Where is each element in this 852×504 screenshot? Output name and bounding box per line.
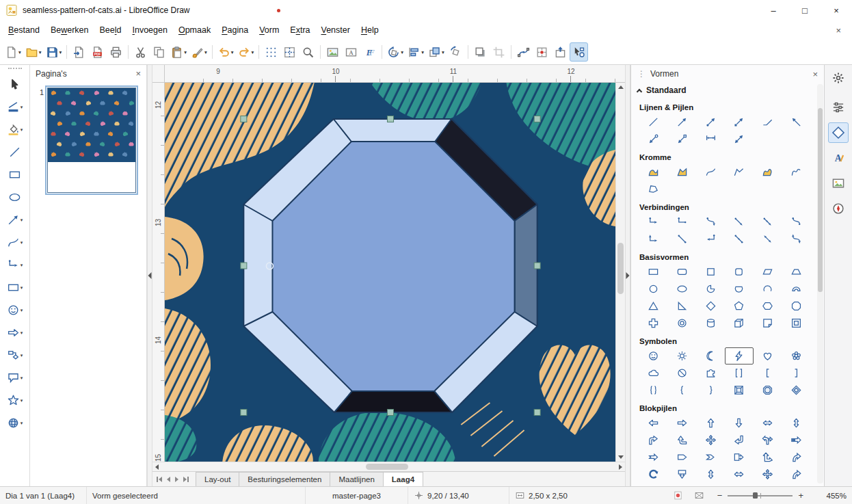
shape-line-with-arrow-square[interactable]	[725, 114, 754, 131]
insert-text-box-button[interactable]: A	[342, 42, 360, 62]
scroll-left-arrow[interactable]	[155, 464, 159, 470]
dropdown-arrow-icon[interactable]: ▾	[204, 49, 207, 55]
shape-left-bracket[interactable]	[754, 364, 782, 382]
shape-connector-starts-with-arrow[interactable]	[696, 230, 725, 248]
shape-cube[interactable]	[725, 315, 754, 332]
draw-functions-button[interactable]	[570, 42, 588, 62]
vertical-scrollbar-thumb[interactable]	[617, 243, 624, 293]
shape-prohibited[interactable]	[668, 364, 697, 382]
shape-striped-right-arrow[interactable]	[782, 432, 810, 449]
shape-line-45-degree[interactable]	[754, 114, 782, 131]
save-button[interactable]: ▾	[44, 42, 64, 62]
shape-corner-down-arrow[interactable]	[725, 432, 754, 449]
shape-up-down-arrow[interactable]	[782, 414, 810, 432]
menu-invoegen[interactable]: Invoegen	[127, 23, 172, 38]
shape-square[interactable]	[696, 263, 725, 280]
horizontal-ruler[interactable]: 9101112	[165, 65, 625, 82]
3d-objects-tool[interactable]: ▾	[2, 412, 28, 434]
layer-tab-layout[interactable]: Lay-out	[196, 472, 239, 486]
snap-guides-button[interactable]	[280, 42, 299, 62]
shapes-panel-scrollbar-thumb[interactable]	[818, 108, 823, 292]
shape-moon[interactable]	[696, 347, 725, 364]
canvas[interactable]	[165, 83, 615, 462]
panel-grip-icon[interactable]: ⋮	[637, 69, 645, 79]
symbol-shapes-tool[interactable]: ▾	[2, 299, 28, 321]
shape-s-shaped-arrow[interactable]	[782, 449, 810, 466]
glue-points-button[interactable]	[533, 42, 551, 62]
shape-ellipse[interactable]	[668, 280, 697, 297]
zoom-button[interactable]	[299, 42, 317, 62]
minimize-button[interactable]: –	[758, 0, 789, 21]
shape-line-with-arrow-circle[interactable]	[696, 114, 725, 131]
shape-connector-ends-with-arrow[interactable]	[639, 213, 668, 230]
shape-rectangle[interactable]	[639, 263, 668, 280]
new-button[interactable]: ▾	[3, 42, 23, 62]
scroll-down-arrow[interactable]	[618, 455, 624, 459]
vertical-scrollbar[interactable]	[615, 83, 625, 462]
select-tool[interactable]	[2, 73, 28, 96]
export-pdf-button[interactable]: PDF	[88, 42, 107, 62]
next-layer-button[interactable]	[175, 477, 178, 482]
shadow-button[interactable]	[471, 42, 490, 62]
shape-polygon-45[interactable]	[725, 163, 754, 181]
clone-formatting-button[interactable]: ▾	[189, 42, 209, 62]
zoom-slider-track[interactable]	[728, 491, 793, 501]
shape-right-bracket[interactable]	[782, 364, 810, 382]
fill-color-tool[interactable]: ▾	[2, 118, 28, 141]
close-button[interactable]: ×	[821, 0, 852, 21]
shape-square-bevel[interactable]	[725, 382, 754, 399]
shape-freeform-line-filled[interactable]	[754, 163, 782, 181]
zoom-fit-button[interactable]	[689, 487, 710, 504]
shape-lightning-bolt[interactable]	[725, 347, 754, 364]
dropdown-arrow-icon[interactable]: ▾	[252, 49, 254, 55]
shape-curved-connector[interactable]	[782, 213, 810, 230]
dropdown-arrow-icon[interactable]: ▾	[184, 49, 187, 55]
stars-and-banners-tool[interactable]: ▾	[2, 389, 28, 412]
layer-tab-maatlijnen[interactable]: Maatlijnen	[330, 472, 382, 486]
styles-deck-button[interactable]: A	[828, 148, 849, 168]
undo-button[interactable]: ▾	[215, 42, 236, 62]
shape-circle-pie[interactable]	[696, 280, 725, 297]
shape-line-with-circle-arrow[interactable]	[639, 131, 668, 148]
dropdown-arrow-icon[interactable]: ▾	[21, 353, 23, 358]
shape-circle[interactable]	[639, 280, 668, 297]
shapes-panel-close-button[interactable]: ×	[812, 69, 818, 79]
shape-cylinder[interactable]	[696, 315, 725, 332]
shape-circle-segment[interactable]	[725, 280, 754, 297]
shape-parallelogram[interactable]	[754, 263, 782, 280]
zoom-level[interactable]: 455%	[811, 487, 847, 504]
shape-u-shaped-arrow[interactable]	[782, 466, 810, 483]
pages-panel-close-button[interactable]: ×	[135, 68, 141, 79]
dropdown-arrow-icon[interactable]: ▾	[401, 49, 403, 55]
shape-curve[interactable]	[696, 163, 725, 181]
flowchart-tool[interactable]: ▾	[2, 344, 28, 367]
dropdown-arrow-icon[interactable]: ▾	[21, 421, 23, 426]
shape-quad-arrow-callout[interactable]	[754, 466, 782, 483]
shape-freeform-line[interactable]	[782, 163, 810, 181]
panel-splitter-right[interactable]	[625, 65, 630, 486]
dropdown-arrow-icon[interactable]: ▾	[18, 49, 21, 55]
shape-puzzle[interactable]	[696, 364, 725, 382]
crop-image-button[interactable]	[490, 42, 508, 62]
page-thumbnail-item[interactable]: 1	[30, 82, 146, 193]
shape-connector[interactable]	[668, 213, 697, 230]
dropdown-arrow-icon[interactable]: ▾	[421, 49, 424, 55]
shape-hexagon[interactable]	[754, 297, 782, 315]
dropdown-arrow-icon[interactable]: ▾	[21, 330, 23, 336]
dropdown-arrow-icon[interactable]: ▾	[231, 49, 234, 55]
dropdown-arrow-icon[interactable]: ▾	[21, 240, 23, 246]
shape-polygon[interactable]	[639, 181, 668, 198]
menu-pagina[interactable]: Pagina	[216, 23, 254, 38]
first-layer-button[interactable]	[157, 477, 162, 482]
menu-vorm[interactable]: Vorm	[254, 23, 284, 38]
shape-polygon-45-filled[interactable]	[668, 163, 697, 181]
horizontal-scrollbar[interactable]	[152, 462, 625, 471]
menu-bestand[interactable]: Bestand	[3, 23, 45, 38]
paste-button[interactable]: ▾	[168, 42, 189, 62]
shape-line-starts-with-arrow[interactable]	[782, 114, 810, 131]
to-curve-button[interactable]	[551, 42, 570, 62]
shape-block-arc[interactable]	[782, 280, 810, 297]
shape-line[interactable]	[639, 114, 668, 131]
collapse-right-arrow[interactable]	[626, 272, 630, 279]
last-layer-button[interactable]	[183, 477, 189, 482]
